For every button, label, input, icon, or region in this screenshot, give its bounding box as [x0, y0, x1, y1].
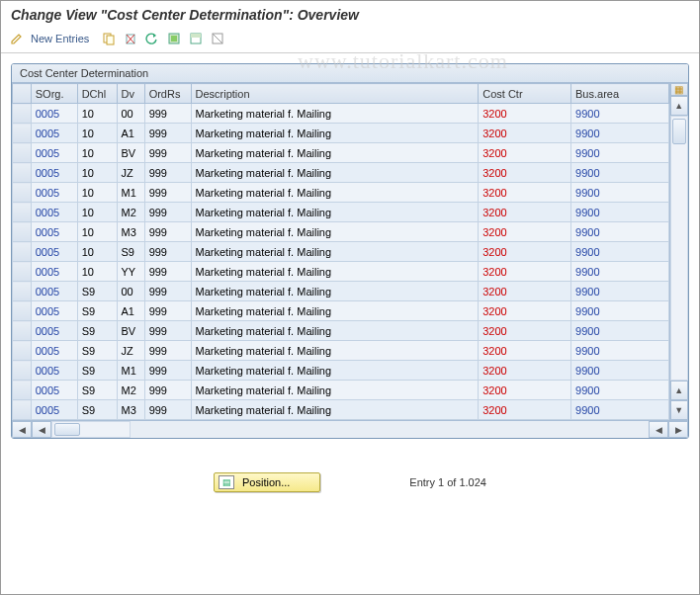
cell-costctr[interactable]: 3200 [479, 341, 571, 361]
scroll-up-icon[interactable]: ▲ [670, 96, 688, 116]
col-dv[interactable]: Dv [117, 84, 144, 104]
deselect-icon[interactable] [210, 31, 225, 46]
cell-ordrs[interactable]: 999 [144, 203, 191, 222]
cell-sorg[interactable]: 0005 [31, 262, 77, 282]
row-selector[interactable] [13, 143, 32, 163]
cell-dv[interactable]: M1 [117, 183, 144, 203]
cell-desc[interactable]: Marketing material f. Mailing [191, 361, 479, 381]
cell-desc[interactable]: Marketing material f. Mailing [191, 381, 479, 400]
cell-sorg[interactable]: 0005 [31, 381, 77, 400]
cell-ordrs[interactable]: 999 [144, 183, 191, 203]
cell-costctr[interactable]: 3200 [479, 222, 571, 242]
table-settings-icon[interactable]: ▦ [670, 83, 688, 96]
table-row[interactable]: 0005S900999Marketing material f. Mailing… [13, 282, 669, 301]
cell-ordrs[interactable]: 999 [144, 321, 191, 341]
hscroll-left2-icon[interactable]: ◀ [32, 421, 51, 438]
cell-ordrs[interactable]: 999 [144, 301, 191, 321]
cell-costctr[interactable]: 3200 [479, 183, 571, 203]
cell-busarea[interactable]: 9900 [571, 321, 669, 341]
cell-busarea[interactable]: 9900 [571, 282, 669, 301]
cell-ordrs[interactable]: 999 [144, 242, 191, 262]
edit-pencil-icon[interactable] [9, 31, 25, 46]
cell-busarea[interactable]: 9900 [571, 301, 669, 321]
cell-ordrs[interactable]: 999 [144, 282, 191, 301]
cell-dv[interactable]: BV [117, 321, 144, 341]
delete-icon[interactable] [123, 31, 138, 46]
cell-desc[interactable]: Marketing material f. Mailing [191, 400, 479, 420]
cell-dv[interactable]: M2 [117, 203, 144, 222]
hscroll-thumb[interactable] [54, 423, 80, 436]
row-selector[interactable] [13, 183, 32, 203]
cell-dv[interactable]: JZ [117, 341, 144, 361]
cell-busarea[interactable]: 9900 [571, 143, 669, 163]
scroll-thumb[interactable] [672, 119, 686, 144]
hscroll-track[interactable] [51, 421, 131, 438]
cell-costctr[interactable]: 3200 [479, 400, 571, 420]
table-row[interactable]: 0005S9M2999Marketing material f. Mailing… [13, 381, 669, 400]
data-grid[interactable]: SOrg. DChl Dv OrdRs Description Cost Ctr… [12, 83, 669, 420]
cell-ordrs[interactable]: 999 [144, 341, 191, 361]
cell-dchl[interactable]: S9 [77, 361, 117, 381]
cell-busarea[interactable]: 9900 [571, 203, 669, 222]
col-costctr[interactable]: Cost Ctr [479, 84, 571, 104]
cell-desc[interactable]: Marketing material f. Mailing [191, 124, 479, 143]
cell-costctr[interactable]: 3200 [479, 321, 571, 341]
col-desc[interactable]: Description [191, 84, 479, 104]
hscroll-left-icon[interactable]: ◀ [12, 421, 32, 438]
table-row[interactable]: 000510JZ999Marketing material f. Mailing… [13, 163, 669, 183]
cell-costctr[interactable]: 3200 [479, 124, 571, 143]
cell-busarea[interactable]: 9900 [571, 124, 669, 143]
cell-dv[interactable]: M3 [117, 400, 144, 420]
cell-sorg[interactable]: 0005 [31, 282, 77, 301]
table-row[interactable]: 000510M2999Marketing material f. Mailing… [13, 203, 669, 222]
cell-dv[interactable]: JZ [117, 163, 144, 183]
cell-sorg[interactable]: 0005 [31, 341, 77, 361]
copy-icon[interactable] [101, 31, 117, 46]
row-selector[interactable] [13, 341, 32, 361]
row-selector[interactable] [13, 361, 32, 381]
cell-desc[interactable]: Marketing material f. Mailing [191, 301, 479, 321]
cell-dv[interactable]: M3 [117, 222, 144, 242]
horizontal-scrollbar[interactable]: ◀ ◀ ◀ ▶ [12, 420, 688, 438]
cell-ordrs[interactable]: 999 [144, 381, 191, 400]
row-selector[interactable] [13, 203, 32, 222]
cell-dchl[interactable]: 10 [77, 242, 117, 262]
cell-desc[interactable]: Marketing material f. Mailing [191, 222, 479, 242]
cell-costctr[interactable]: 3200 [479, 262, 571, 282]
cell-sorg[interactable]: 0005 [31, 222, 77, 242]
table-row[interactable]: 0005S9M1999Marketing material f. Mailing… [13, 361, 669, 381]
col-sorg[interactable]: SOrg. [31, 84, 77, 104]
cell-ordrs[interactable]: 999 [144, 400, 191, 420]
cell-busarea[interactable]: 9900 [571, 104, 669, 124]
cell-sorg[interactable]: 0005 [31, 163, 77, 183]
cell-sorg[interactable]: 0005 [31, 124, 77, 143]
cell-costctr[interactable]: 3200 [479, 143, 571, 163]
table-row[interactable]: 000510YY999Marketing material f. Mailing… [13, 262, 669, 282]
select-all-icon[interactable] [166, 31, 182, 46]
cell-ordrs[interactable]: 999 [144, 124, 191, 143]
cell-ordrs[interactable]: 999 [144, 222, 191, 242]
cell-ordrs[interactable]: 999 [144, 104, 191, 124]
cell-sorg[interactable]: 0005 [31, 301, 77, 321]
scroll-line-up-icon[interactable]: ▲ [670, 381, 688, 400]
row-selector[interactable] [13, 163, 32, 183]
cell-ordrs[interactable]: 999 [144, 143, 191, 163]
position-button[interactable]: ▤ Position... [214, 472, 320, 492]
cell-costctr[interactable]: 3200 [479, 163, 571, 183]
cell-desc[interactable]: Marketing material f. Mailing [191, 143, 479, 163]
cell-dchl[interactable]: 10 [77, 183, 117, 203]
undo-icon[interactable] [144, 31, 160, 46]
cell-desc[interactable]: Marketing material f. Mailing [191, 163, 479, 183]
cell-costctr[interactable]: 3200 [479, 242, 571, 262]
cell-dv[interactable]: S9 [117, 242, 144, 262]
row-selector[interactable] [13, 124, 32, 143]
cell-dchl[interactable]: 10 [77, 124, 117, 143]
cell-dchl[interactable]: S9 [77, 381, 117, 400]
cell-costctr[interactable]: 3200 [479, 104, 571, 124]
cell-dv[interactable]: A1 [117, 301, 144, 321]
row-selector[interactable] [13, 381, 32, 400]
cell-dchl[interactable]: 10 [77, 203, 117, 222]
cell-busarea[interactable]: 9900 [571, 400, 669, 420]
cell-dchl[interactable]: S9 [77, 341, 117, 361]
cell-sorg[interactable]: 0005 [31, 143, 77, 163]
